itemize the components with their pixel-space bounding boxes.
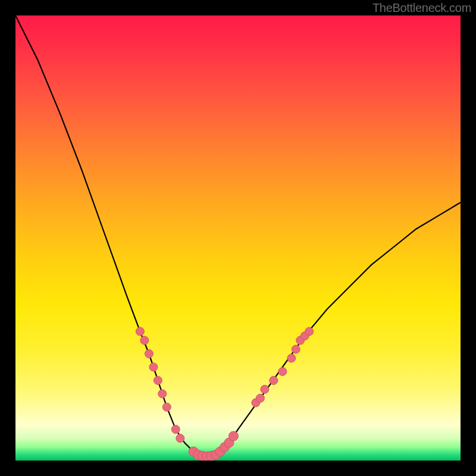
data-marker xyxy=(278,367,287,375)
data-marker xyxy=(287,354,296,362)
data-markers xyxy=(136,327,313,461)
bottleneck-curve xyxy=(15,15,461,456)
data-marker xyxy=(154,376,162,384)
data-marker xyxy=(158,390,167,398)
data-marker xyxy=(305,327,314,336)
data-marker xyxy=(261,385,269,393)
data-marker xyxy=(229,431,239,441)
chart-frame: TheBottleneck.com xyxy=(0,0,476,476)
data-marker xyxy=(270,376,278,384)
data-marker xyxy=(162,403,171,411)
data-marker xyxy=(292,345,300,353)
watermark-text: TheBottleneck.com xyxy=(372,1,471,15)
data-marker xyxy=(140,336,149,345)
data-marker xyxy=(176,434,184,443)
data-marker xyxy=(136,327,144,336)
data-marker xyxy=(171,425,180,434)
data-marker xyxy=(149,363,158,371)
data-marker xyxy=(256,394,264,402)
plot-area xyxy=(15,15,461,461)
data-marker xyxy=(145,350,153,358)
curve-layer xyxy=(15,15,461,461)
